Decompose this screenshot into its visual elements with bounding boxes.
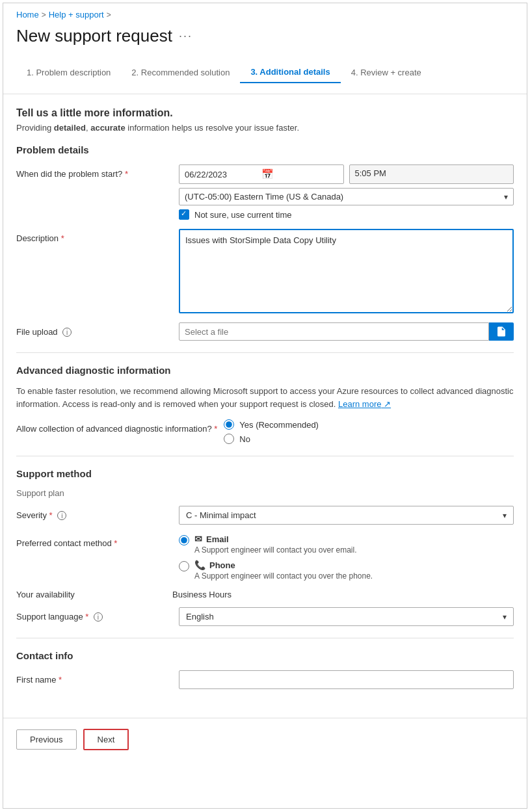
phone-icon: 📞 bbox=[194, 560, 205, 570]
contact-method-options: ✉ Email A Support engineer will contact … bbox=[179, 534, 514, 581]
breadcrumb-sep1: > bbox=[42, 10, 46, 20]
support-language-info-icon[interactable]: i bbox=[94, 612, 103, 622]
date-input[interactable]: 06/22/2023 📅 bbox=[179, 164, 344, 184]
next-button[interactable]: Next bbox=[83, 729, 129, 750]
severity-dropdown[interactable]: C - Minimal impact ▾ bbox=[179, 506, 514, 525]
support-language-value: English bbox=[186, 612, 499, 622]
email-title: ✉ Email bbox=[194, 534, 356, 544]
breadcrumb-home[interactable]: Home bbox=[16, 10, 39, 20]
email-icon: ✉ bbox=[194, 534, 202, 544]
no-radio[interactable] bbox=[224, 434, 234, 444]
timezone-value: (UTC-05:00) Eastern Time (US & Canada) bbox=[185, 192, 500, 202]
availability-row: Your availability Business Hours bbox=[16, 590, 514, 599]
support-language-dropdown[interactable]: English ▾ bbox=[179, 607, 514, 626]
when-label: When did the problem start? * bbox=[16, 164, 172, 179]
ellipsis-button[interactable]: ··· bbox=[179, 29, 192, 43]
description-textarea[interactable]: Issues with StorSimple Data Copy Utility bbox=[179, 229, 514, 313]
phone-sub: A Support engineer will contact you over… bbox=[194, 571, 373, 581]
first-name-row: First name * bbox=[16, 670, 514, 689]
previous-button[interactable]: Previous bbox=[16, 729, 77, 750]
time-input[interactable]: 5:05 PM bbox=[349, 164, 514, 184]
allow-diag-options: Yes (Recommended) No bbox=[224, 419, 514, 444]
email-contact-option[interactable]: ✉ Email A Support engineer will contact … bbox=[179, 534, 514, 555]
not-sure-checkbox[interactable] bbox=[179, 209, 189, 220]
step-1[interactable]: 1. Problem description bbox=[16, 62, 121, 83]
phone-title: 📞 Phone bbox=[194, 560, 373, 570]
availability-label: Your availability bbox=[16, 590, 172, 599]
severity-value: C - Minimal impact bbox=[186, 510, 499, 520]
step-4[interactable]: 4. Review + create bbox=[341, 62, 432, 83]
contact-info-label: Contact info bbox=[16, 650, 514, 661]
severity-label: Severity * i bbox=[16, 506, 172, 520]
support-plan-label: Support plan bbox=[16, 488, 172, 498]
description-row: Description * Issues with StorSimple Dat… bbox=[16, 229, 514, 313]
file-upload-label: File upload i bbox=[16, 322, 172, 337]
allow-diag-row: Allow collection of advanced diagnostic … bbox=[16, 419, 514, 444]
learn-more-link[interactable]: Learn more ↗ bbox=[338, 399, 391, 409]
severity-row: Severity * i C - Minimal impact ▾ bbox=[16, 506, 514, 525]
intro-heading: Tell us a little more information. bbox=[16, 107, 514, 119]
email-sub: A Support engineer will contact you over… bbox=[194, 545, 356, 555]
first-name-label: First name * bbox=[16, 670, 172, 685]
allow-diag-label: Allow collection of advanced diagnostic … bbox=[16, 419, 217, 434]
file-upload-info-icon[interactable]: i bbox=[62, 328, 72, 337]
description-label: Description * bbox=[16, 229, 172, 243]
breadcrumb-sep2: > bbox=[107, 10, 111, 20]
phone-contact-option[interactable]: 📞 Phone A Support engineer will contact … bbox=[179, 560, 514, 581]
calendar-icon: 📅 bbox=[261, 168, 338, 180]
support-method-label: Support method bbox=[16, 468, 514, 479]
adv-diag-desc: To enable faster resolution, we recommen… bbox=[16, 385, 514, 410]
language-chevron-icon: ▾ bbox=[503, 612, 507, 622]
support-language-label: Support language * i bbox=[16, 607, 172, 622]
contact-method-label: Preferred contact method * bbox=[16, 534, 172, 548]
file-upload-row: File upload i bbox=[16, 322, 514, 341]
file-upload-button[interactable] bbox=[489, 322, 514, 341]
not-sure-row: Not sure, use current time bbox=[179, 209, 514, 220]
breadcrumb: Home > Help + support > bbox=[3, 3, 527, 23]
step-2[interactable]: 2. Recommended solution bbox=[121, 62, 240, 83]
timezone-select[interactable]: (UTC-05:00) Eastern Time (US & Canada) ▾ bbox=[179, 188, 514, 205]
first-name-input[interactable] bbox=[179, 670, 514, 689]
support-language-row: Support language * i English ▾ bbox=[16, 607, 514, 626]
steps-nav: 1. Problem description 2. Recommended so… bbox=[3, 57, 527, 94]
footer-nav: Previous Next bbox=[3, 718, 527, 761]
severity-chevron-icon: ▾ bbox=[503, 511, 507, 520]
date-value: 06/22/2023 bbox=[185, 170, 261, 179]
no-label: No bbox=[239, 434, 250, 444]
adv-diag-label: Advanced diagnostic information bbox=[16, 365, 514, 376]
when-controls: 06/22/2023 📅 5:05 PM (UTC-05:00) Eastern… bbox=[179, 164, 514, 220]
yes-recommended-radio[interactable] bbox=[224, 419, 234, 430]
support-plan-row: Support plan bbox=[16, 488, 514, 498]
yes-recommended-option[interactable]: Yes (Recommended) bbox=[224, 419, 514, 430]
no-option[interactable]: No bbox=[224, 434, 514, 444]
intro-subtext: Providing detailed, accurate information… bbox=[16, 123, 514, 133]
availability-value: Business Hours bbox=[172, 590, 232, 599]
chevron-down-icon: ▾ bbox=[504, 192, 508, 202]
file-upload-input[interactable] bbox=[179, 322, 489, 341]
page-title: New support request bbox=[16, 26, 172, 46]
when-problem-row: When did the problem start? * 06/22/2023… bbox=[16, 164, 514, 220]
email-radio[interactable] bbox=[179, 535, 189, 545]
problem-details-label: Problem details bbox=[16, 144, 514, 155]
yes-recommended-label: Yes (Recommended) bbox=[239, 420, 319, 430]
breadcrumb-help[interactable]: Help + support bbox=[49, 10, 104, 20]
contact-method-row: Preferred contact method * ✉ Email A Sup… bbox=[16, 534, 514, 581]
not-sure-label[interactable]: Not sure, use current time bbox=[194, 210, 292, 220]
phone-radio[interactable] bbox=[179, 561, 189, 571]
severity-info-icon[interactable]: i bbox=[57, 511, 66, 520]
step-3[interactable]: 3. Additional details bbox=[240, 62, 340, 83]
